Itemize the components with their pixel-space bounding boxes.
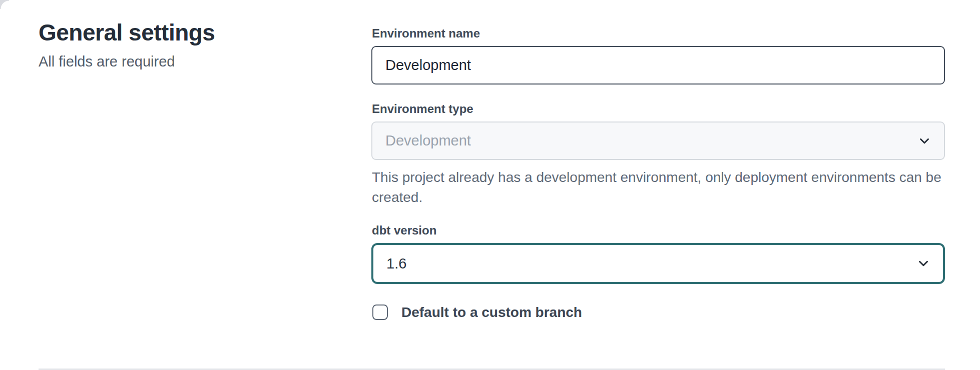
- dbt-version-value: 1.6: [386, 256, 406, 272]
- environment-type-value: Development: [385, 132, 471, 149]
- chevron-down-icon: [916, 256, 931, 271]
- custom-branch-checkbox-row[interactable]: Default to a custom branch: [372, 304, 945, 321]
- settings-form: Environment name Environment type Develo…: [371, 0, 945, 321]
- environment-name-label: Environment name: [372, 26, 945, 41]
- environment-name-field: Environment name: [371, 26, 945, 84]
- custom-branch-checkbox-label: Default to a custom branch: [401, 304, 582, 321]
- page-subtitle: All fields are required: [39, 52, 371, 70]
- chevron-down-icon: [917, 134, 932, 148]
- environment-type-helper: This project already has a development e…: [372, 168, 945, 208]
- environment-type-label: Environment type: [372, 102, 945, 116]
- environment-name-input[interactable]: [371, 46, 945, 84]
- page-title: General settings: [39, 19, 371, 46]
- section-heading-column: General settings All fields are required: [39, 0, 371, 321]
- dbt-version-select[interactable]: 1.6: [371, 243, 945, 284]
- dbt-version-field: dbt version 1.6: [371, 223, 945, 284]
- environment-type-select: Development: [371, 122, 945, 160]
- environment-type-field: Environment type Development This projec…: [371, 102, 945, 208]
- dbt-version-label: dbt version: [372, 223, 945, 238]
- general-settings-section: General settings All fields are required…: [0, 0, 980, 321]
- custom-branch-checkbox[interactable]: [372, 304, 388, 320]
